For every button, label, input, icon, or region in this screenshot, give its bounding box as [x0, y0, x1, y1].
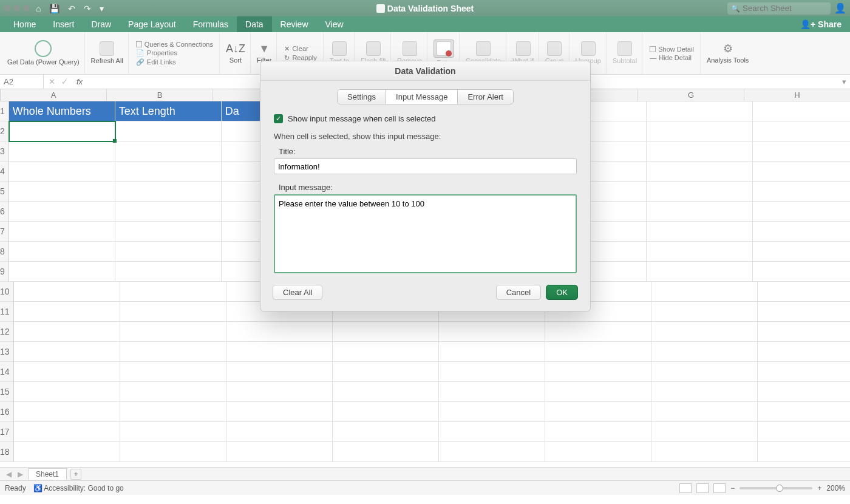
- view-normal-icon[interactable]: [679, 483, 692, 493]
- cell[interactable]: [545, 322, 651, 342]
- row-header[interactable]: 5: [0, 182, 9, 202]
- zoom-slider[interactable]: [739, 487, 812, 489]
- cell[interactable]: Text Length: [115, 101, 222, 121]
- cell[interactable]: [120, 442, 226, 462]
- accessibility-status[interactable]: ♿ Accessibility: Good to go: [33, 484, 124, 492]
- row-header[interactable]: 9: [0, 262, 9, 282]
- cell[interactable]: [753, 141, 850, 162]
- cell[interactable]: [753, 202, 850, 222]
- fx-icon[interactable]: fx: [73, 77, 86, 86]
- cell[interactable]: [545, 422, 651, 442]
- cell[interactable]: [439, 442, 545, 462]
- ok-button[interactable]: OK: [546, 285, 578, 300]
- row-header[interactable]: 1: [0, 101, 9, 121]
- cell[interactable]: [651, 342, 758, 362]
- accept-formula-icon[interactable]: ✓: [61, 77, 68, 86]
- cell[interactable]: [651, 302, 758, 322]
- queries-connections[interactable]: Queries & Connections: [136, 41, 213, 48]
- cell[interactable]: [758, 282, 850, 302]
- cell[interactable]: [333, 422, 439, 442]
- qat-dropdown-icon[interactable]: ▾: [100, 4, 104, 13]
- sheet-tab-sheet1[interactable]: Sheet1: [28, 468, 67, 480]
- cell[interactable]: [115, 141, 222, 162]
- cell[interactable]: [9, 242, 115, 262]
- cell[interactable]: [120, 402, 226, 422]
- search-sheet[interactable]: 🔍: [727, 2, 831, 15]
- cell[interactable]: [9, 141, 115, 162]
- input-message-textarea[interactable]: [274, 194, 577, 273]
- cell[interactable]: [120, 422, 226, 442]
- cell[interactable]: [9, 162, 115, 182]
- tab-home[interactable]: Home: [5, 16, 44, 32]
- row-header[interactable]: 18: [0, 442, 14, 462]
- cell[interactable]: [647, 141, 753, 162]
- home-icon[interactable]: ⌂: [36, 4, 41, 13]
- cell[interactable]: [333, 382, 439, 402]
- cell[interactable]: [115, 182, 222, 202]
- formula-expand-icon[interactable]: ▾: [838, 77, 850, 86]
- cell[interactable]: [753, 121, 850, 141]
- cell[interactable]: [545, 342, 651, 362]
- cell[interactable]: [115, 242, 222, 262]
- get-data-button[interactable]: Get Data (Power Query): [2, 32, 85, 74]
- cell[interactable]: [115, 162, 222, 182]
- cell[interactable]: [647, 162, 753, 182]
- subtotal[interactable]: Subtotal: [608, 32, 642, 74]
- row-header[interactable]: 12: [0, 322, 14, 342]
- cell[interactable]: [651, 422, 758, 442]
- cell[interactable]: [758, 382, 850, 402]
- window-controls[interactable]: [4, 5, 30, 12]
- cell[interactable]: [115, 202, 222, 222]
- search-input[interactable]: [743, 4, 827, 13]
- tab-view[interactable]: View: [317, 16, 352, 32]
- cell[interactable]: [333, 322, 439, 342]
- tab-formulas[interactable]: Formulas: [185, 16, 237, 32]
- cell[interactable]: [14, 382, 120, 402]
- cell[interactable]: [439, 402, 545, 422]
- cell[interactable]: [753, 101, 850, 121]
- cancel-button[interactable]: Cancel: [496, 285, 541, 300]
- cell[interactable]: [651, 402, 758, 422]
- cell[interactable]: [14, 362, 120, 382]
- cell[interactable]: [120, 362, 226, 382]
- cell[interactable]: [545, 362, 651, 382]
- cell[interactable]: [226, 442, 333, 462]
- clear-all-button[interactable]: Clear All: [273, 285, 322, 300]
- redo-icon[interactable]: ↷: [84, 4, 91, 13]
- cell[interactable]: [753, 162, 850, 182]
- user-icon[interactable]: 👤: [834, 2, 846, 14]
- cell[interactable]: [9, 121, 115, 141]
- zoom-out-button[interactable]: −: [730, 484, 735, 492]
- cell[interactable]: [14, 322, 120, 342]
- sort-button[interactable]: A↓ZSort: [221, 32, 251, 74]
- title-input[interactable]: [274, 158, 577, 174]
- row-header[interactable]: 8: [0, 242, 9, 262]
- sheet-nav-next-icon[interactable]: ▶: [16, 470, 24, 478]
- cell[interactable]: [226, 322, 333, 342]
- row-header[interactable]: 6: [0, 202, 9, 222]
- cell[interactable]: [647, 222, 753, 242]
- cell[interactable]: [439, 322, 545, 342]
- cell[interactable]: [647, 182, 753, 202]
- col-header[interactable]: B: [107, 89, 213, 101]
- cell[interactable]: [651, 322, 758, 342]
- row-header[interactable]: 15: [0, 382, 14, 402]
- col-header[interactable]: G: [638, 89, 744, 101]
- cell[interactable]: [647, 202, 753, 222]
- cell[interactable]: [9, 262, 115, 282]
- add-sheet-button[interactable]: +: [70, 469, 81, 480]
- zoom-level[interactable]: 200%: [826, 484, 845, 492]
- view-page-break-icon[interactable]: [713, 483, 726, 493]
- cell[interactable]: [115, 121, 222, 141]
- cell[interactable]: [14, 302, 120, 322]
- tab-data[interactable]: Data: [237, 16, 272, 32]
- cell[interactable]: [651, 442, 758, 462]
- cell[interactable]: [647, 242, 753, 262]
- cancel-formula-icon[interactable]: ✕: [49, 77, 55, 86]
- cell[interactable]: Whole Numbers: [9, 101, 115, 121]
- cell[interactable]: [9, 202, 115, 222]
- row-header[interactable]: 10: [0, 282, 14, 302]
- cell[interactable]: [758, 322, 850, 342]
- cell[interactable]: [120, 342, 226, 362]
- cell[interactable]: [226, 402, 333, 422]
